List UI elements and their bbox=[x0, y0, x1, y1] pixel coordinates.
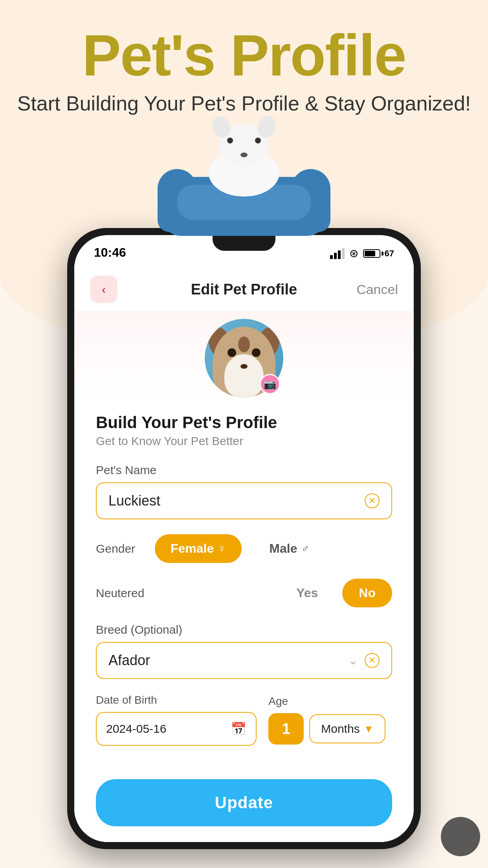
breed-label: Breed (Optional) bbox=[96, 623, 392, 636]
header-section: Pet's Profile Start Building Your Pet's … bbox=[0, 24, 488, 115]
phone-frame: 10:46 ⊛ 67 bbox=[67, 228, 421, 849]
male-symbol: ♂ bbox=[301, 542, 309, 555]
avatar-container[interactable]: 📷 bbox=[205, 319, 283, 397]
breed-clear-icon[interactable]: ✕ bbox=[365, 653, 380, 668]
dob-column: Date of Birth 2024-05-16 📅 bbox=[96, 694, 257, 746]
dob-value: 2024-05-16 bbox=[106, 722, 166, 736]
camera-button[interactable]: 📷 bbox=[260, 374, 280, 394]
gender-male-button[interactable]: Male ♂ bbox=[253, 534, 325, 563]
app-content: ‹ Edit Pet Profile Cancel bbox=[74, 265, 414, 842]
status-time: 10:46 bbox=[94, 245, 126, 260]
dog-ear-right bbox=[255, 114, 279, 140]
gender-male-label: Male bbox=[269, 541, 297, 556]
avatar-nose bbox=[240, 364, 248, 369]
wifi-icon: ⊛ bbox=[349, 247, 358, 260]
dob-label: Date of Birth bbox=[96, 694, 257, 706]
avatar-eye-right bbox=[252, 348, 261, 357]
dog-nose bbox=[240, 153, 248, 157]
avatar-muzzle bbox=[224, 354, 264, 397]
female-symbol: ♀ bbox=[218, 542, 226, 555]
phone-screen: 10:46 ⊛ 67 bbox=[74, 235, 414, 842]
dob-age-row: Date of Birth 2024-05-16 📅 Age 1 Months bbox=[96, 694, 392, 746]
nav-title: Edit Pet Profile bbox=[191, 281, 297, 298]
nav-bar: ‹ Edit Pet Profile Cancel bbox=[74, 265, 414, 311]
battery-label: 67 bbox=[385, 248, 394, 259]
avatar-eye-left bbox=[227, 348, 236, 357]
dob-field[interactable]: 2024-05-16 📅 bbox=[96, 712, 257, 746]
breed-value: Afador bbox=[108, 652, 150, 669]
dog-illustration bbox=[154, 110, 334, 244]
main-title: Pet's Profile bbox=[0, 24, 488, 88]
gender-label: Gender bbox=[96, 542, 143, 555]
age-unit-chevron-down-icon: ▼ bbox=[364, 723, 374, 735]
pet-name-label: Pet's Name bbox=[96, 463, 392, 477]
pet-name-field[interactable]: ✕ bbox=[96, 482, 392, 519]
age-unit-dropdown[interactable]: Months ▼ bbox=[309, 714, 385, 743]
pet-name-input[interactable] bbox=[108, 493, 365, 509]
pet-name-clear-icon[interactable]: ✕ bbox=[365, 493, 380, 508]
update-button[interactable]: Update bbox=[96, 779, 392, 826]
battery-icon: 67 bbox=[363, 248, 394, 259]
form-subheading: Get to Know Your Pet Better bbox=[96, 434, 392, 448]
breed-select[interactable]: Afador ⌄ ✕ bbox=[96, 642, 392, 679]
neutered-label: Neutered bbox=[96, 587, 272, 600]
gender-row: Gender Female ♀ Male ♂ bbox=[96, 534, 392, 563]
paw-decoration bbox=[441, 817, 480, 856]
age-unit-label: Months bbox=[321, 722, 360, 736]
cancel-button[interactable]: Cancel bbox=[356, 282, 398, 297]
update-button-container: Update bbox=[74, 771, 414, 842]
form-heading: Build Your Pet's Profile bbox=[96, 413, 392, 432]
breed-chevron-down-icon: ⌄ bbox=[349, 654, 358, 667]
back-chevron-icon: ‹ bbox=[102, 282, 106, 297]
avatar-forehead bbox=[238, 337, 250, 352]
back-button[interactable]: ‹ bbox=[90, 276, 117, 303]
age-label: Age bbox=[268, 695, 392, 708]
breed-controls: ⌄ ✕ bbox=[349, 653, 380, 668]
camera-icon: 📷 bbox=[264, 378, 276, 390]
neutered-no-button[interactable]: No bbox=[342, 579, 392, 607]
age-column: Age 1 Months ▼ bbox=[268, 695, 392, 745]
dog-eye-left bbox=[227, 138, 233, 143]
neutered-row: Neutered Yes No bbox=[96, 579, 392, 607]
dog-eye-right bbox=[255, 138, 261, 143]
profile-image-area: 📷 bbox=[74, 311, 414, 401]
gender-female-button[interactable]: Female ♀ bbox=[155, 534, 242, 563]
age-input-row: 1 Months ▼ bbox=[268, 713, 392, 745]
dog-head bbox=[218, 124, 270, 167]
calendar-icon: 📅 bbox=[231, 721, 246, 736]
neutered-yes-button[interactable]: Yes bbox=[280, 579, 334, 607]
age-number[interactable]: 1 bbox=[268, 713, 304, 745]
gender-female-label: Female bbox=[171, 541, 214, 556]
dog-ear-left bbox=[209, 114, 233, 140]
hero-dog-image bbox=[146, 102, 342, 252]
